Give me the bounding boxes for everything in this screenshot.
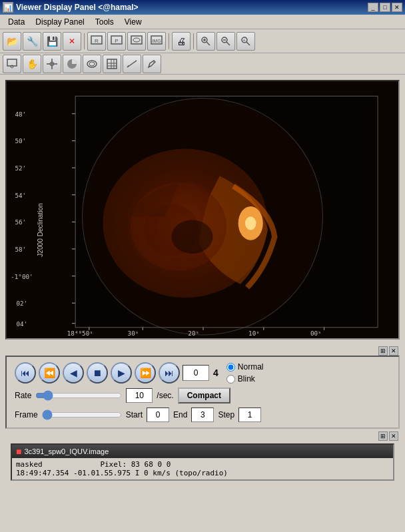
status-content: masked Pixel: 83 68 0 0 18:49:47.354 -01… [12, 458, 393, 479]
zoom-region-button[interactable] [3, 55, 21, 73]
svg-text:P: P [115, 38, 118, 44]
menu-data[interactable]: Data [3, 16, 30, 28]
current-frame-input[interactable] [183, 365, 209, 381]
zoom-fit-button[interactable]: + [236, 32, 255, 51]
maximize-button[interactable]: □ [380, 3, 390, 12]
step-forward-button[interactable]: ⏩ [135, 362, 156, 384]
brightness-button[interactable] [63, 55, 81, 73]
add-profile-button[interactable]: P [107, 32, 126, 51]
svg-text:20ˢ: 20ˢ [188, 330, 199, 337]
start-label: Start [126, 410, 143, 419]
toolbar-sep-3 [193, 33, 194, 49]
normal-mode-label[interactable]: Normal [226, 362, 264, 372]
svg-line-9 [206, 42, 210, 45]
crosshair-button[interactable] [43, 55, 61, 73]
toolbar-sep-2 [169, 33, 169, 49]
title-bar: 📊 Viewer Display Panel <@hamal> _ □ ✕ [0, 0, 405, 15]
frame-row: Frame Start End Step [15, 407, 390, 422]
svg-text:00ˢ: 00ˢ [310, 330, 322, 337]
svg-text:04': 04' [16, 320, 27, 328]
frame-slider[interactable] [42, 409, 122, 420]
measure-button[interactable] [123, 55, 141, 73]
open-button[interactable]: 📂 [3, 32, 21, 51]
menu-tools[interactable]: Tools [90, 16, 119, 28]
step-input[interactable] [238, 407, 261, 422]
svg-text:-1°00': -1°00' [11, 273, 33, 280]
anim-panel-content: ⏮ ⏪ ◀ ⏹ ▶ ⏩ ⏭ 4 Normal Blink Ra [5, 356, 400, 429]
playback-controls-row: ⏮ ⏪ ◀ ⏹ ▶ ⏩ ⏭ 4 Normal Blink [15, 362, 390, 384]
svg-text:56': 56' [15, 218, 26, 226]
menu-display-panel[interactable]: Display Panel [30, 16, 89, 28]
status-indicator: ■ [16, 446, 21, 457]
frame-label: Frame [15, 410, 38, 419]
window-controls: _ □ ✕ [368, 3, 402, 12]
toolbar-2: ✋ [0, 53, 405, 75]
rate-unit: /sec. [157, 391, 173, 400]
add-contour-button[interactable] [127, 32, 146, 51]
play-forward-button[interactable]: ▶ [111, 362, 132, 384]
menu-bar: Data Display Panel Tools View [0, 15, 405, 29]
anim-close-button[interactable]: ✕ [389, 346, 398, 356]
blink-label: Blink [238, 374, 255, 384]
app-icon: 📊 [3, 2, 13, 13]
go-start-button[interactable]: ⏮ [15, 362, 36, 384]
normal-radio[interactable] [226, 363, 235, 372]
status-close-button[interactable]: ✕ [389, 431, 398, 441]
close-button[interactable]: ✕ [392, 3, 402, 12]
minimize-button[interactable]: _ [368, 3, 378, 12]
svg-point-5 [133, 38, 140, 42]
anim-maximize-button[interactable]: ⊞ [378, 346, 388, 356]
add-raster-button[interactable]: R [87, 32, 106, 51]
svg-point-25 [89, 62, 95, 66]
go-end-button[interactable]: ⏭ [159, 362, 180, 384]
svg-text:R: R [95, 38, 99, 44]
status-resize-controls: ⊞ ✕ [378, 431, 398, 441]
svg-line-16 [246, 42, 250, 45]
rate-row: Rate /sec. Compact [15, 388, 390, 403]
grid-button[interactable] [103, 55, 121, 73]
anim-panel-header: ⊞ ✕ [5, 345, 400, 356]
svg-point-61 [245, 216, 256, 230]
svg-text:48': 48' [15, 111, 26, 118]
toolbar-1: 📂 🔧 💾 ✕ R P IMG 🖨 + [0, 29, 405, 53]
blink-radio[interactable] [226, 375, 235, 384]
save-button[interactable]: 💾 [43, 32, 61, 51]
add-image-button[interactable]: IMG [147, 32, 166, 51]
svg-text:58': 58' [15, 246, 26, 253]
contour-button[interactable] [83, 55, 101, 73]
rate-input[interactable] [126, 388, 153, 403]
end-input[interactable] [191, 407, 214, 422]
close-file-button[interactable]: ✕ [63, 32, 81, 51]
total-frames: 4 [213, 368, 218, 378]
compact-button[interactable]: Compact [178, 388, 230, 403]
status-panel-title-bar: ■ 3c391_spw0_IQUV.image [12, 445, 393, 458]
svg-text:50': 50' [15, 138, 26, 145]
status-panel-container: ⊞ ✕ ■ 3c391_spw0_IQUV.image masked Pixel… [5, 430, 400, 481]
filename-label: 3c391_spw0_IQUV.image [24, 447, 109, 455]
svg-text:54': 54' [15, 192, 26, 199]
stop-button[interactable]: ⏹ [87, 362, 108, 384]
play-back-button[interactable]: ◀ [63, 362, 84, 384]
print-button[interactable]: 🖨 [172, 32, 191, 51]
start-input[interactable] [147, 407, 169, 422]
window-title: Viewer Display Panel <@hamal> [16, 3, 139, 12]
rate-label: Rate [15, 391, 31, 400]
status-line-1: masked Pixel: 83 68 0 0 [16, 460, 389, 469]
annotate-button[interactable] [143, 55, 161, 73]
toolbar-sep-1 [84, 33, 85, 49]
zoom-out-button[interactable] [216, 32, 235, 51]
pan-button[interactable]: ✋ [23, 55, 41, 73]
blink-mode-label[interactable]: Blink [226, 374, 264, 384]
step-back-button[interactable]: ⏪ [39, 362, 60, 384]
svg-text:30ˢ: 30ˢ [128, 330, 139, 337]
zoom-in-button[interactable] [197, 32, 215, 51]
settings-button[interactable]: 🔧 [23, 32, 41, 51]
rate-slider[interactable] [35, 390, 122, 401]
playback-mode-group: Normal Blink [226, 362, 264, 384]
menu-view[interactable]: View [119, 16, 147, 28]
svg-text:02': 02' [16, 300, 27, 307]
status-maximize-button[interactable]: ⊞ [378, 431, 388, 441]
svg-text:52': 52' [15, 164, 26, 172]
status-panel-header-bar: ⊞ ✕ [5, 430, 400, 441]
end-label: End [173, 410, 187, 419]
